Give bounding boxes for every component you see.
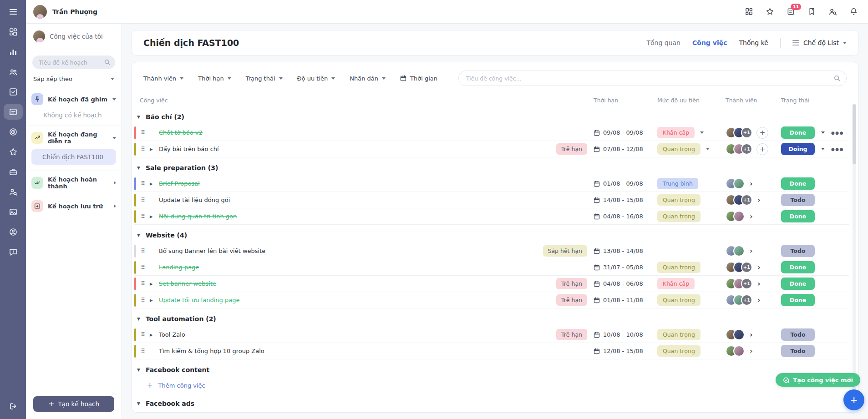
members-chevron-icon[interactable]: ›: [750, 348, 753, 355]
members-chevron-icon[interactable]: ›: [750, 213, 753, 220]
sidebar-item-plan-fast100[interactable]: Chiến dịch FAST100: [31, 149, 116, 165]
group-collapse-icon[interactable]: ▼: [137, 368, 140, 372]
task-title[interactable]: Tool Zalo: [158, 331, 540, 338]
members-chevron-icon[interactable]: ›: [757, 297, 761, 304]
drag-handle-icon[interactable]: ⠿: [136, 129, 150, 136]
task-row[interactable]: ⠿ ▶ Chốt tờ báo v2 09/08 - 09/08 Khẩn cấ…: [134, 125, 849, 141]
status-button[interactable]: Todo: [781, 194, 815, 206]
drag-handle-icon[interactable]: ⠿: [136, 280, 150, 287]
notifications-card-icon[interactable]: 11: [787, 7, 795, 16]
create-plan-button[interactable]: + Tạo kế hoạch: [33, 396, 114, 412]
scrollbar-thumb[interactable]: [853, 104, 856, 164]
view-mode-dropdown[interactable]: Chế độ List: [792, 39, 847, 46]
task-group-header[interactable]: ▼ Tool automation (2): [134, 311, 849, 327]
drag-handle-icon[interactable]: ⠿: [136, 348, 150, 354]
expand-caret-icon[interactable]: ▶: [150, 333, 158, 337]
add-member-button[interactable]: +: [756, 127, 768, 139]
task-title[interactable]: Chốt tờ báo v2: [158, 129, 540, 136]
task-row[interactable]: ⠿ ▶ Landing page 31/07 - 05/08 Quan trọn…: [134, 259, 849, 276]
task-dates[interactable]: 09/08 - 09/08: [594, 129, 657, 136]
task-group-header[interactable]: ▼ Website (4): [134, 227, 849, 243]
expand-caret-icon[interactable]: ▶: [150, 298, 158, 303]
tab-overview[interactable]: Tổng quan: [646, 39, 680, 46]
task-group-header[interactable]: ▼ Facebook ads: [134, 396, 849, 411]
drag-handle-icon[interactable]: ⠿: [136, 331, 150, 338]
members-chevron-icon[interactable]: ›: [757, 280, 761, 288]
favorites-icon[interactable]: [4, 144, 23, 160]
task-title[interactable]: Update tối ưu landing page: [158, 297, 540, 303]
bookmark-icon[interactable]: [807, 7, 816, 16]
task-row[interactable]: ⠿ ▶ Brief Proposal 01/08 - 09/08 Trung b…: [134, 176, 849, 192]
task-dates[interactable]: 07/08 - 12/08: [594, 146, 657, 152]
task-title[interactable]: Nội dung quản trị tinh gọn: [158, 213, 540, 220]
task-dates[interactable]: 14/08 - 15/08: [594, 197, 657, 203]
expand-caret-icon[interactable]: ▶: [150, 182, 158, 186]
members-chevron-icon[interactable]: ›: [757, 264, 761, 271]
status-button[interactable]: Todo: [781, 245, 815, 257]
add-member-button[interactable]: +: [756, 143, 768, 155]
media-icon[interactable]: [4, 204, 23, 220]
group-collapse-icon[interactable]: ▼: [137, 233, 140, 237]
drag-handle-icon[interactable]: ⠿: [136, 297, 150, 303]
task-row[interactable]: ⠿ ▶ Update tài liệu đóng gói 14/08 - 15/…: [134, 192, 849, 208]
status-button[interactable]: Done: [781, 261, 815, 273]
group-collapse-icon[interactable]: ▼: [137, 317, 140, 321]
task-dates[interactable]: 04/08 - 06/08: [594, 280, 657, 287]
task-title[interactable]: Đẩy bài trên báo chí: [158, 146, 540, 152]
drag-handle-icon[interactable]: ⠿: [136, 264, 150, 271]
members-chevron-icon[interactable]: ›: [757, 197, 761, 204]
drag-handle-icon[interactable]: ⠿: [136, 146, 150, 152]
status-button[interactable]: Done: [781, 177, 815, 190]
projects-icon[interactable]: [4, 104, 23, 120]
tasks-icon[interactable]: [4, 84, 23, 100]
task-row[interactable]: ⠿ ▶ Tool Zalo Trễ hạn 10/08 - 10/08 Quan…: [134, 327, 849, 343]
task-dates[interactable]: 04/08 - 16/08: [594, 213, 657, 220]
status-button[interactable]: Todo: [781, 328, 815, 341]
create-task-button[interactable]: Tạo công việc mới: [776, 373, 860, 387]
scrollbar-track[interactable]: [853, 104, 856, 409]
logout-icon[interactable]: [9, 402, 18, 411]
expand-caret-icon[interactable]: ▶: [150, 282, 158, 286]
members-chevron-icon[interactable]: ›: [750, 247, 753, 255]
add-task-link[interactable]: + Thêm công việc: [134, 378, 849, 393]
plan-search-input[interactable]: [32, 56, 115, 69]
filter-labels[interactable]: Nhãn dán: [350, 75, 386, 82]
account-icon[interactable]: [4, 224, 23, 240]
status-button[interactable]: Done: [781, 278, 815, 290]
members-chevron-icon[interactable]: ›: [750, 331, 753, 338]
status-button[interactable]: Todo: [781, 345, 815, 357]
hr-icon[interactable]: [4, 184, 23, 200]
workspace-icon[interactable]: [4, 164, 23, 180]
goals-icon[interactable]: [4, 124, 23, 140]
task-search-input[interactable]: [458, 71, 847, 86]
add-task-link[interactable]: + Thêm công việc: [134, 411, 849, 412]
group-collapse-icon[interactable]: ▼: [137, 166, 140, 170]
members-chevron-icon[interactable]: ›: [750, 180, 753, 187]
priority-caret-icon[interactable]: [706, 148, 710, 150]
task-row[interactable]: ⠿ ▶ Set banner website Trễ hạn 04/08 - 0…: [134, 276, 849, 292]
tab-statistics[interactable]: Thống kê: [739, 39, 768, 46]
filter-time-range[interactable]: Thời gian: [400, 75, 437, 82]
fab-add-button[interactable]: +: [843, 389, 864, 410]
expand-caret-icon[interactable]: ▶: [150, 147, 158, 151]
status-caret-icon[interactable]: [821, 148, 825, 150]
dashboard-icon[interactable]: [4, 24, 23, 40]
more-menu-icon[interactable]: ●●●: [831, 147, 844, 151]
sort-by-dropdown[interactable]: Sắp xếp theo: [26, 69, 122, 88]
task-title[interactable]: Landing page: [158, 264, 540, 271]
menu-icon[interactable]: [9, 7, 18, 16]
task-title[interactable]: Tìm kiếm & tổng hợp 10 group Zalo: [158, 348, 540, 354]
status-button[interactable]: Done: [781, 126, 815, 139]
tab-tasks[interactable]: Công việc: [692, 39, 727, 46]
task-dates[interactable]: 01/08 - 11/08: [594, 297, 657, 303]
drag-handle-icon[interactable]: ⠿: [136, 213, 150, 220]
status-caret-icon[interactable]: [821, 131, 825, 134]
filter-deadline[interactable]: Thời hạn: [198, 75, 231, 82]
task-row[interactable]: ⠿ ▶ Đẩy bài trên báo chí Trễ hạn 07/08 -…: [134, 141, 849, 157]
filter-priority[interactable]: Độ ưu tiên: [297, 75, 335, 82]
user-search-icon[interactable]: [828, 7, 837, 16]
filter-members[interactable]: Thành viên: [143, 75, 183, 82]
drag-handle-icon[interactable]: ⠿: [136, 197, 150, 203]
task-title[interactable]: Brief Proposal: [158, 180, 540, 187]
task-dates[interactable]: 31/07 - 05/08: [594, 264, 657, 271]
